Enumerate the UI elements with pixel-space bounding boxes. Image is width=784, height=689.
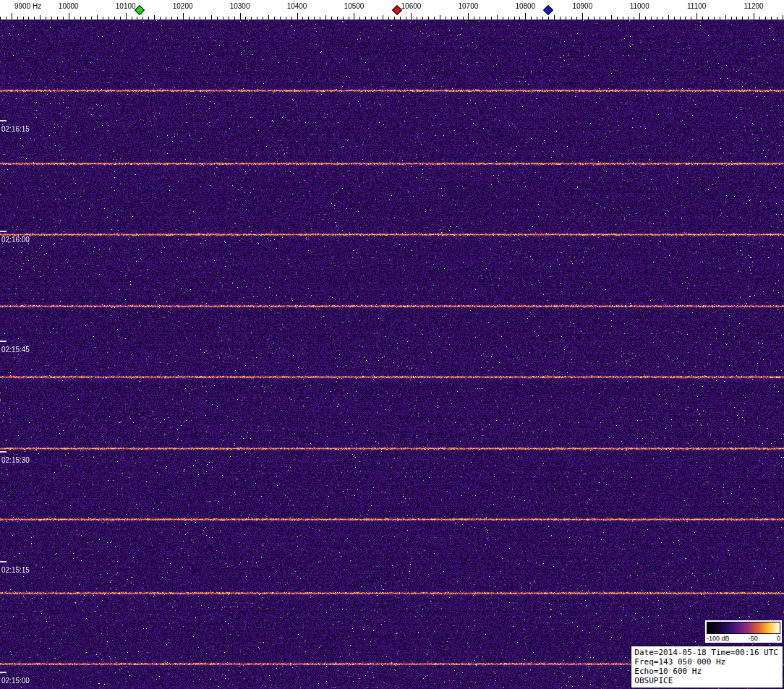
freq-tick-label: 10700 xyxy=(458,2,478,10)
freq-tick-label: 10500 xyxy=(344,2,365,10)
freq-tick-label: 10800 xyxy=(515,2,535,10)
legend-gradient-bar xyxy=(707,622,780,634)
waterfall-area[interactable]: 02:16:1502:16:0002:15:4502:15:3002:15:15… xyxy=(0,20,784,689)
spectrogram-app: 9900 Hz100001010010200103001040010500106… xyxy=(0,0,784,689)
freq-tick-label: 10200 xyxy=(173,2,193,10)
spectrogram-canvas[interactable] xyxy=(0,20,784,689)
info-box: Date=2014-05-18 Time=00:16 UTC Freq=143 … xyxy=(631,646,783,688)
freq-tick-label: 10900 xyxy=(572,2,592,10)
freq-tick-label: 11000 xyxy=(630,2,649,10)
freq-tick-label: 11200 xyxy=(744,2,764,10)
info-frequency: Freq=143 050 000 Hz xyxy=(634,657,778,667)
info-station: OBSUPICE xyxy=(634,676,778,685)
freq-tick-label: 9900 Hz xyxy=(14,2,41,10)
legend-max-label: 0 xyxy=(777,635,780,642)
info-date-time: Date=2014-05-18 Time=00:16 UTC xyxy=(634,648,778,657)
freq-tick-label: 10600 xyxy=(401,2,422,10)
freq-tick-label: 10000 xyxy=(59,2,79,10)
legend-labels: -100 dB -50 0 xyxy=(707,634,780,642)
frequency-ruler[interactable]: 9900 Hz100001010010200103001040010500106… xyxy=(0,0,784,20)
intensity-legend: -100 dB -50 0 xyxy=(705,620,782,643)
legend-min-label: -100 dB xyxy=(707,635,730,642)
info-echo: Echo=10 600 Hz xyxy=(634,667,778,676)
freq-tick-label: 11100 xyxy=(687,2,706,10)
freq-tick-label: 10100 xyxy=(116,2,136,10)
freq-tick-label: 10400 xyxy=(287,2,307,10)
freq-tick-label: 10300 xyxy=(230,2,250,10)
legend-mid-label: -50 xyxy=(749,635,758,642)
